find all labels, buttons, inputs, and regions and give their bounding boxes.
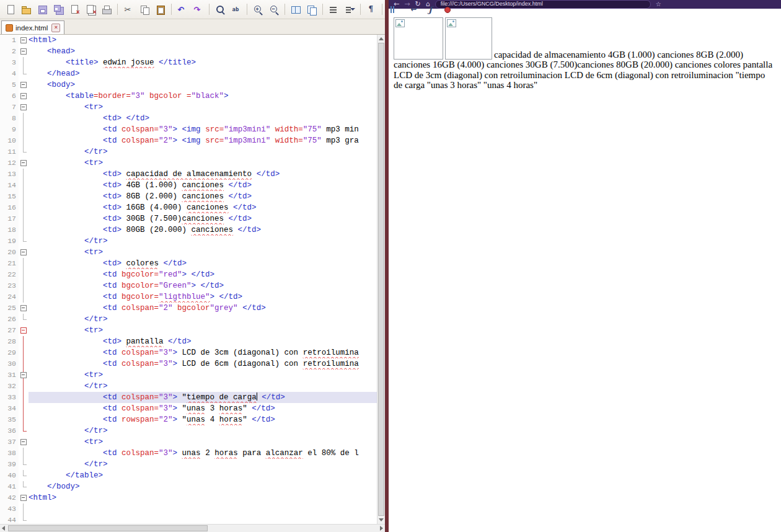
code-line[interactable]: 26 </tr> bbox=[0, 314, 377, 325]
fold-marker[interactable] bbox=[19, 247, 29, 258]
code-line[interactable]: 25 <td colspan="2" bgcolor"grey" </td> bbox=[0, 303, 377, 314]
fold-marker[interactable] bbox=[19, 437, 29, 448]
clone-view-button[interactable] bbox=[304, 2, 319, 17]
tab-close-icon[interactable]: × bbox=[51, 24, 60, 32]
code-line[interactable]: 32 </tr> bbox=[0, 381, 377, 392]
close-doc-button[interactable] bbox=[67, 2, 82, 17]
open-folder-icon bbox=[21, 4, 32, 15]
redo-button[interactable] bbox=[191, 2, 206, 17]
doc-list-button[interactable] bbox=[326, 2, 341, 17]
vertical-scrollbar-thumb[interactable] bbox=[378, 43, 384, 516]
close-all-button[interactable] bbox=[83, 2, 98, 17]
save-all-button[interactable] bbox=[51, 2, 66, 17]
fold-marker[interactable] bbox=[19, 157, 29, 169]
code-line[interactable]: 17 <td> 30GB (7.500)canciones </td> bbox=[0, 213, 377, 224]
code-area[interactable]: 1<html>2 <head>3 <title> edwin josue </t… bbox=[0, 35, 377, 524]
sort-lines-button[interactable] bbox=[342, 2, 357, 17]
code-line[interactable]: 35 <td rowspan="2"> "unas 4 horas" </td> bbox=[0, 414, 377, 425]
line-number: 38 bbox=[0, 448, 19, 459]
macro-record-button[interactable] bbox=[439, 2, 454, 17]
fold-marker[interactable] bbox=[19, 370, 29, 381]
code-line[interactable]: 42<html> bbox=[0, 492, 377, 503]
code-line[interactable]: 20 <tr> bbox=[0, 247, 377, 258]
code-line[interactable]: 4 </head> bbox=[0, 68, 377, 79]
horizontal-scrollbar[interactable] bbox=[0, 524, 385, 532]
code-line[interactable]: 16 <td> 16GB (4.000) canciones </td> bbox=[0, 202, 377, 213]
word-wrap-button[interactable] bbox=[407, 2, 422, 17]
code-line[interactable]: 23 <td bgcolor="Green"> </td> bbox=[0, 280, 377, 291]
code-text: <td> pantalla </td> bbox=[29, 336, 377, 347]
code-line[interactable]: 10 <td colspan="2"> <img src="imp3mini" … bbox=[0, 135, 377, 146]
code-line[interactable]: 44 bbox=[0, 515, 377, 524]
indent-guide-button[interactable] bbox=[386, 2, 400, 17]
fold-marker[interactable] bbox=[19, 303, 29, 314]
vertical-scrollbar[interactable] bbox=[377, 35, 385, 524]
code-line[interactable]: 15 <td> 8GB (2.000) canciones </td> bbox=[0, 191, 377, 202]
code-text: <td> </td> bbox=[29, 113, 377, 124]
fold-marker[interactable] bbox=[19, 91, 29, 102]
horizontal-scrollbar-thumb[interactable] bbox=[8, 525, 208, 531]
fold-marker bbox=[19, 459, 29, 470]
code-line[interactable]: 21 <td> colores </td> bbox=[0, 258, 377, 269]
code-line[interactable]: 18 <td> 80GB (20.000) canciones </td> bbox=[0, 224, 377, 236]
split-view-button[interactable] bbox=[288, 2, 303, 17]
new-file-button[interactable] bbox=[2, 2, 17, 17]
editor-surface[interactable]: 1<html>2 <head>3 <title> edwin josue </t… bbox=[0, 35, 385, 524]
code-line[interactable]: 7 <tr> bbox=[0, 102, 377, 113]
copy-button[interactable] bbox=[137, 2, 152, 17]
code-line[interactable]: 5 <body> bbox=[0, 79, 377, 91]
line-number: 42 bbox=[0, 492, 19, 503]
cut-button[interactable] bbox=[121, 2, 136, 17]
code-line[interactable]: 30 <td colspan="3"> LCD de 6cm (diagonal… bbox=[0, 358, 377, 370]
code-line[interactable]: 27 <tr> bbox=[0, 325, 377, 336]
bookmark-star-icon[interactable]: ☆ bbox=[656, 0, 661, 9]
code-line[interactable]: 11 </tr> bbox=[0, 146, 377, 157]
code-line[interactable]: 19 </tr> bbox=[0, 236, 377, 247]
save-button[interactable] bbox=[35, 2, 50, 17]
code-line[interactable]: 13 <td> capacidad de almacenamiento </td… bbox=[0, 169, 377, 180]
code-line[interactable]: 28 <td> pantalla </td> bbox=[0, 336, 377, 347]
fold-marker[interactable] bbox=[19, 79, 29, 91]
zoom-in-button[interactable] bbox=[250, 2, 265, 17]
line-number: 30 bbox=[0, 358, 19, 370]
fold-marker[interactable] bbox=[19, 102, 29, 113]
code-line[interactable]: 14 <td> 4GB (1.000) canciones </td> bbox=[0, 180, 377, 191]
code-line[interactable]: 24 <td bgcolor="ligthblue"> </td> bbox=[0, 291, 377, 303]
fold-marker[interactable] bbox=[19, 46, 29, 57]
open-folder-button[interactable] bbox=[19, 2, 33, 17]
code-line[interactable]: 1<html> bbox=[0, 35, 377, 46]
code-line[interactable]: 6 <table=border="3" bgcolor ="black"> bbox=[0, 91, 377, 102]
code-line[interactable]: 3 <title> edwin josue </title> bbox=[0, 57, 377, 68]
code-line[interactable]: 41 </body> bbox=[0, 481, 377, 492]
code-line[interactable]: 34 <td colspan="3"> "unas 3 horas" </td> bbox=[0, 403, 377, 414]
code-line[interactable]: 31 <tr> bbox=[0, 370, 377, 381]
code-line[interactable]: 40 </table> bbox=[0, 470, 377, 481]
code-line[interactable]: 38 <td colspan="3"> unas 2 horas para al… bbox=[0, 448, 377, 459]
code-line[interactable]: 33 <td colspan="3"> "tiempo de carga </t… bbox=[0, 392, 377, 403]
code-line[interactable]: 22 <td bgcolor="red"> </td> bbox=[0, 269, 377, 280]
paste-button[interactable] bbox=[153, 2, 168, 17]
print-button[interactable] bbox=[99, 2, 114, 17]
find-button[interactable] bbox=[213, 2, 227, 17]
paragraph-mark-button[interactable] bbox=[364, 2, 379, 17]
fold-marker[interactable] bbox=[19, 35, 29, 46]
code-line[interactable]: 43 bbox=[0, 503, 377, 515]
function-list-button[interactable] bbox=[423, 2, 438, 17]
undo-button[interactable] bbox=[175, 2, 190, 17]
code-line[interactable]: 36 </tr> bbox=[0, 425, 377, 437]
zoom-out-button[interactable] bbox=[267, 2, 281, 17]
address-bar[interactable]: file:///C:/Users/GNCG/Desktop/index.html bbox=[435, 0, 651, 9]
fold-marker[interactable] bbox=[19, 492, 29, 503]
replace-button[interactable] bbox=[229, 2, 244, 17]
code-line[interactable]: 29 <td colspan="3"> LCD de 3cm (diagonal… bbox=[0, 347, 377, 358]
fold-marker[interactable] bbox=[19, 325, 29, 336]
code-line[interactable]: 12 <tr> bbox=[0, 157, 377, 169]
code-line[interactable]: 8 <td> </td> bbox=[0, 113, 377, 124]
code-line[interactable]: 2 <head> bbox=[0, 46, 377, 57]
code-text: </tr> bbox=[29, 314, 377, 325]
code-line[interactable]: 9 <td colspan="3"> <img src="imp3mini" w… bbox=[0, 124, 377, 135]
code-text: </tr> bbox=[29, 381, 377, 392]
code-line[interactable]: 39 </tr> bbox=[0, 459, 377, 470]
tab-index-html[interactable]: index.html × bbox=[1, 20, 64, 34]
code-line[interactable]: 37 <tr> bbox=[0, 437, 377, 448]
